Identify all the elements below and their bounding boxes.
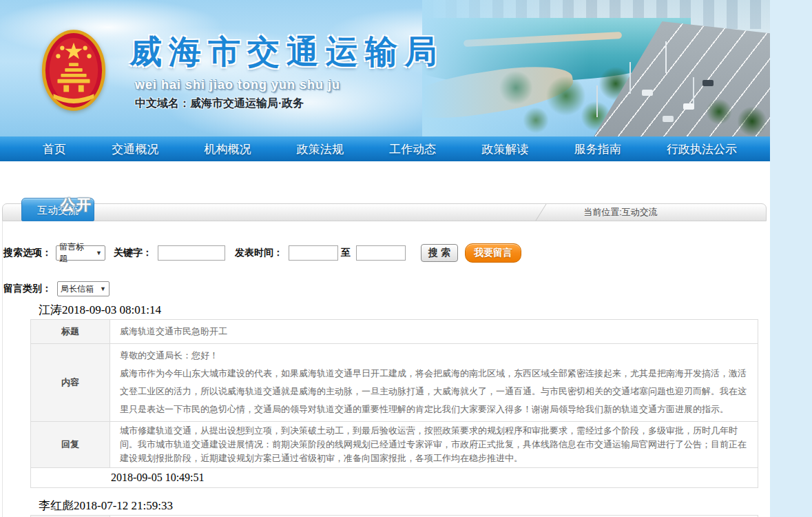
nav-item-traffic-overview[interactable]: 交通概况	[112, 141, 158, 157]
title-label-cell: 标题	[31, 320, 110, 344]
title-value-cell: 威海轨道交通市民急盼开工	[110, 320, 758, 344]
date-to-label: 至	[341, 247, 351, 259]
date-from-input[interactable]	[289, 245, 338, 261]
site-domain-line: 中文域名：威海市交通运输局·政务	[135, 97, 304, 111]
content-value-cell: 尊敬的交通局长：您好！ 威海市作为今年山东大城市建设的代表，如果威海轨道交通早日…	[110, 344, 758, 422]
content-label-cell: 内容	[31, 344, 110, 422]
category-select[interactable]: 局长信箱 ▼	[57, 281, 110, 296]
search-option-value: 留言标题	[59, 241, 92, 265]
site-title: 威海市交通运输局	[129, 30, 444, 74]
banner-photo	[422, 0, 770, 136]
message-author: 江涛	[39, 303, 62, 316]
reply-value-cell: 城市修建轨道交通，从提出设想到立项，到决策破土动工，到最后验收运营，按照政策要求…	[110, 422, 758, 468]
message-header: 江涛2018-09-03 08:01:14	[39, 302, 767, 318]
table-row: 2018-09-05 10:49:51	[31, 468, 758, 488]
reply-label-cell: 回复	[31, 422, 110, 468]
category-value: 局长信箱	[61, 283, 94, 295]
box-body: 搜索选项： 留言标题 ▼ 关键字： 发表时间： 至 搜 索 我要留言 留言类别：…	[2, 221, 767, 517]
category-row: 留言类别： 局长信箱 ▼	[3, 263, 767, 298]
search-option-label: 搜索选项：	[3, 247, 52, 259]
nav-item-policy-regulations[interactable]: 政策法规	[297, 141, 344, 157]
breadcrumb: 当前位置:互动交流	[517, 204, 724, 221]
message-table: 标题 威海轨道交通市民急盼开工 内容 尊敬的交通局长：您好！ 威海市作为今年山东…	[30, 319, 758, 488]
site-banner: 威海市交通运输局 wei hai shi jiao tong yun shu j…	[0, 0, 770, 136]
main-nav: 首页 交通概况 机构概况 政策法规 工作动态 政策解读 服务指南 行政执法公示	[0, 136, 770, 161]
table-row: 内容 尊敬的交通局长：您好！ 威海市作为今年山东大城市建设的代表，如果威海轨道交…	[31, 344, 758, 422]
nav-item-law-enforcement[interactable]: 行政执法公示	[667, 141, 737, 157]
photo-lamp-posts	[665, 41, 667, 73]
keyword-input[interactable]	[158, 245, 225, 261]
search-form: 搜索选项： 留言标题 ▼ 关键字： 发表时间： 至 搜 索 我要留言	[3, 221, 767, 263]
date-label: 发表时间：	[235, 247, 283, 259]
nav-item-org-overview[interactable]: 机构概况	[205, 141, 251, 157]
page-container: 威海市交通运输局 wei hai shi jiao tong yun shu j…	[0, 0, 770, 517]
message-header: 李红彪2018-07-12 21:59:33	[39, 498, 767, 514]
reply-time-cell: 2018-09-05 10:49:51	[31, 468, 758, 488]
ghost-tab-text: 公开	[61, 195, 92, 214]
message-item: 江涛2018-09-03 08:01:14 标题 威海轨道交通市民急盼开工 内容…	[3, 302, 767, 488]
keyword-label: 关键字：	[114, 247, 152, 259]
message-item: 李红彪2018-07-12 21:59:33 标题 轻轨苘山有没有希望设个站点	[3, 498, 767, 517]
post-message-button[interactable]: 我要留言	[465, 243, 521, 263]
photo-roadside-trees	[694, 92, 770, 136]
content-area: 互动交流 公开 当前位置:互动交流 搜索选项： 留言标题 ▼ 关键字： 发表时间…	[2, 203, 767, 517]
dropdown-arrow-icon: ▼	[100, 285, 106, 292]
category-label: 留言类别：	[3, 283, 52, 295]
message-author: 李红彪	[39, 499, 74, 512]
table-row: 回复 城市修建轨道交通，从提出设想到立项，到决策破土动工，到最后验收运营，按照政…	[31, 422, 758, 468]
site-title-pinyin: wei hai shi jiao tong yun shu ju	[135, 78, 340, 92]
search-option-select[interactable]: 留言标题 ▼	[56, 245, 105, 261]
nav-item-home[interactable]: 首页	[43, 141, 66, 157]
table-row: 标题 威海轨道交通市民急盼开工	[31, 320, 758, 344]
nav-item-policy-interpretation[interactable]: 政策解读	[481, 141, 528, 157]
tab-strip: 互动交流 公开 当前位置:互动交流	[2, 203, 767, 221]
message-time: 2018-09-03 08:01:14	[62, 303, 161, 316]
dropdown-arrow-icon: ▼	[96, 250, 102, 256]
nav-item-work-news[interactable]: 工作动态	[389, 141, 436, 157]
date-to-input[interactable]	[356, 245, 406, 261]
search-button[interactable]: 搜 索	[421, 244, 458, 262]
photo-cars	[683, 103, 694, 110]
photo-fade-overlay	[422, 0, 631, 136]
national-emblem-icon	[40, 28, 107, 113]
message-time: 2018-07-12 21:59:33	[74, 499, 173, 512]
nav-item-service-guide[interactable]: 服务指南	[574, 141, 621, 157]
